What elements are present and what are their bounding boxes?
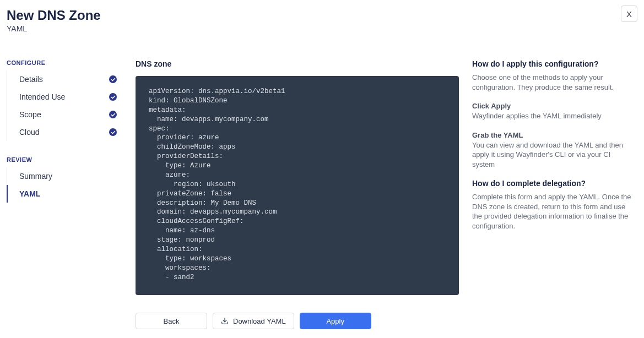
sidebar-review-items: Summary YAML — [7, 167, 122, 203]
sidebar-item-yaml[interactable]: YAML — [7, 185, 122, 203]
sidebar-section-review: REVIEW — [7, 156, 122, 163]
main-panel: DNS zone apiVersion: dns.appvia.io/v2bet… — [136, 59, 459, 329]
help-text: Wayfinder applies the YAML immediately — [472, 111, 634, 121]
sidebar-item-label: Summary — [19, 172, 52, 181]
close-icon: X — [626, 9, 632, 19]
check-circle-icon — [109, 128, 117, 136]
check-circle-icon — [109, 111, 117, 118]
sidebar: CONFIGURE Details Intended Use Scope — [7, 59, 122, 329]
download-yaml-button[interactable]: Download YAML — [213, 313, 294, 329]
help-text: Choose one of the methods to apply your … — [472, 73, 634, 92]
sidebar-item-summary[interactable]: Summary — [7, 167, 122, 185]
sidebar-configure-items: Details Intended Use Scope Cloud — [7, 70, 122, 141]
button-label: Download YAML — [233, 317, 286, 325]
help-heading-apply: How do I apply this configuration? — [472, 59, 634, 68]
sidebar-item-details[interactable]: Details — [7, 70, 122, 88]
help-heading-delegation: How do I complete delegation? — [472, 179, 634, 188]
sidebar-item-label: Details — [19, 75, 43, 84]
content-area: CONFIGURE Details Intended Use Scope — [0, 33, 644, 336]
sidebar-section-configure: CONFIGURE — [7, 59, 122, 66]
help-subheading-click-apply: Click Apply — [472, 102, 634, 110]
apply-button[interactable]: Apply — [300, 313, 371, 329]
button-label: Apply — [326, 317, 344, 325]
back-button[interactable]: Back — [136, 313, 207, 329]
yaml-code-block[interactable]: apiVersion: dns.appvia.io/v2beta1 kind: … — [136, 76, 459, 295]
sidebar-item-label: Cloud — [19, 128, 40, 137]
page-title: New DNS Zone — [7, 8, 637, 23]
button-label: Back — [164, 317, 180, 325]
help-subheading-grab-yaml: Grab the YAML — [472, 131, 634, 139]
check-circle-icon — [109, 93, 117, 101]
check-circle-icon — [109, 75, 117, 83]
help-panel: How do I apply this configuration? Choos… — [472, 59, 637, 329]
action-row: Back Download YAML Apply — [136, 313, 459, 329]
page-subtitle: YAML — [7, 24, 637, 33]
help-text: You can view and download the YAML and t… — [472, 140, 634, 170]
help-text: Complete this form and apply the YAML. O… — [472, 192, 634, 231]
sidebar-item-scope[interactable]: Scope — [7, 106, 122, 123]
close-button[interactable]: X — [621, 6, 637, 22]
sidebar-item-label: Intended Use — [19, 92, 65, 101]
sidebar-item-intended-use[interactable]: Intended Use — [7, 88, 122, 106]
sidebar-item-cloud[interactable]: Cloud — [7, 123, 122, 141]
sidebar-item-label: YAML — [19, 189, 40, 198]
section-heading: DNS zone — [136, 59, 459, 68]
page-header: New DNS Zone YAML X — [0, 0, 644, 33]
download-icon — [221, 317, 229, 325]
sidebar-item-label: Scope — [19, 110, 41, 119]
